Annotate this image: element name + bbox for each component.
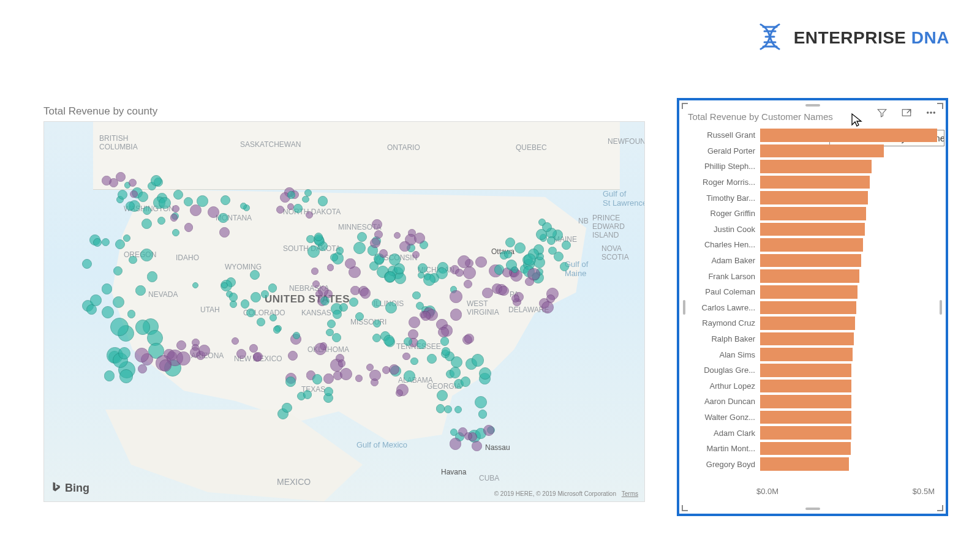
map-bubble[interactable] [113,296,124,308]
map-bubble[interactable] [436,268,448,279]
map-bubble[interactable] [140,249,153,261]
map-bubble[interactable] [475,396,487,408]
map-bubble[interactable] [172,205,179,212]
more-options-icon[interactable] [925,107,937,119]
map-bubble[interactable] [173,190,183,200]
map-bubble[interactable] [327,320,336,328]
map-bubble[interactable] [450,290,462,303]
map-bubble[interactable] [345,258,356,269]
map-bubble[interactable] [338,359,346,367]
map-bubble[interactable] [463,266,476,279]
map-bubble[interactable] [251,292,261,302]
map-bubble[interactable] [454,406,462,413]
map-bubble[interactable] [159,197,170,209]
map-bubble[interactable] [303,390,312,399]
bar-row[interactable]: Paul Coleman [688,284,937,300]
map-bubble[interactable] [483,425,494,436]
map-bubble[interactable] [404,370,415,381]
map-bubble[interactable] [323,373,334,384]
map-bubble[interactable] [423,274,435,286]
map-bubble[interactable] [90,294,102,306]
map-bubble[interactable] [373,320,381,328]
map-bubble[interactable] [412,251,420,258]
map-bubble[interactable] [135,320,150,334]
map-bubble[interactable] [282,403,292,413]
map-bubble[interactable] [562,241,571,250]
map-bubble[interactable] [372,299,382,309]
filter-icon[interactable] [876,107,888,119]
map-bubble[interactable] [82,259,92,269]
map-bubble[interactable] [541,301,554,313]
map-bubble[interactable] [442,347,450,355]
map-bubble[interactable] [138,364,147,373]
map-bubble[interactable] [472,354,484,366]
map-bubble[interactable] [332,333,341,342]
map-bubble[interactable] [135,285,146,296]
bar-row[interactable]: Raymond Cruz [688,315,937,331]
map-bubble[interactable] [399,241,410,252]
map-bubble[interactable] [355,312,364,321]
map-bubble[interactable] [369,370,380,381]
map-bubble[interactable] [288,351,298,361]
map-bubble[interactable] [104,370,115,381]
map-bubble[interactable] [436,404,445,413]
map-bubble[interactable] [312,280,320,288]
map-bubble[interactable] [130,190,138,198]
map-bubble[interactable] [241,299,249,308]
map-bubble[interactable] [464,432,472,440]
map-bubble[interactable] [339,303,348,312]
map-bubble[interactable] [232,337,239,345]
resize-handle-left[interactable] [683,300,685,315]
map-bubble[interactable] [349,298,358,307]
map-bubble[interactable] [482,288,492,298]
map-bubble[interactable] [118,190,127,200]
map-bubble[interactable] [524,253,536,266]
map-bubble[interactable] [560,262,569,271]
bar-row[interactable]: Frank Larson [688,268,937,284]
map-bubble[interactable] [197,195,208,207]
map-bubble[interactable] [320,296,330,305]
map-bubble[interactable] [499,286,509,296]
map-bubble[interactable] [327,264,334,271]
map-bubble[interactable] [113,266,123,276]
map-bubble[interactable] [416,302,424,310]
map-bubble[interactable] [394,232,401,239]
bar-row[interactable]: Phillip Steph... [688,159,937,174]
map-bubble[interactable] [438,327,448,337]
bar-row[interactable]: Russell Grant [688,127,937,143]
bar-row[interactable]: Adam Clark [688,425,937,441]
map-bubble[interactable] [102,283,112,294]
map-bubble[interactable] [270,314,277,321]
map-bubble[interactable] [208,206,219,218]
map-bubble[interactable] [394,272,406,284]
map-bubble[interactable] [285,377,296,387]
map-bubble[interactable] [464,334,473,343]
map-bubble[interactable] [261,290,268,298]
bar-row[interactable]: Aaron Duncan [688,394,937,410]
map-bubble[interactable] [293,332,300,339]
map-bubble[interactable] [353,242,366,254]
map-bubble[interactable] [333,310,342,319]
resize-handle-right[interactable] [940,300,942,315]
map-bubble[interactable] [340,368,352,380]
map-bubble[interactable] [360,288,371,299]
bar-chart-visual[interactable]: Total Revenue by Customer Names Total Re… [677,98,948,516]
map-bubble[interactable] [157,217,165,225]
bar-row[interactable]: Roger Morris... [688,174,937,190]
bar-row[interactable]: Roger Griffin [688,206,937,222]
map-bubble[interactable] [372,219,382,230]
terms-link[interactable]: Terms [622,490,638,497]
map-bubble[interactable] [410,358,418,365]
map-bubble[interactable] [372,334,382,343]
map-bubble[interactable] [102,238,110,246]
map-bubble[interactable] [302,196,309,203]
map-bubble[interactable] [219,227,230,238]
bar-row[interactable]: Martin Mont... [688,441,937,457]
map-bubble[interactable] [159,359,172,372]
map-bubble[interactable] [306,211,313,219]
map-bubble[interactable] [437,390,448,401]
map-bubble[interactable] [418,263,428,273]
map-bubble[interactable] [221,195,230,205]
map-bubble[interactable] [176,340,186,350]
map-bubble[interactable] [547,236,556,245]
